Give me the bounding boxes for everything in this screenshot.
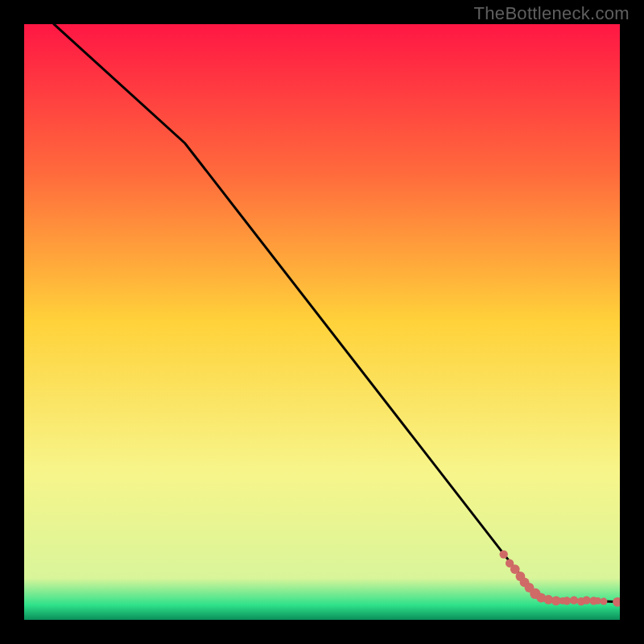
sample-point [563, 597, 571, 605]
sample-point [570, 596, 578, 604]
plot-area [24, 24, 620, 620]
watermark-text: TheBottleneck.com [474, 3, 630, 24]
gradient-rect [24, 24, 620, 620]
chart-svg [24, 24, 620, 620]
sample-point [601, 598, 608, 605]
chart-frame: TheBottleneck.com [0, 0, 644, 644]
sample-point [500, 550, 508, 558]
sample-point [582, 596, 590, 604]
